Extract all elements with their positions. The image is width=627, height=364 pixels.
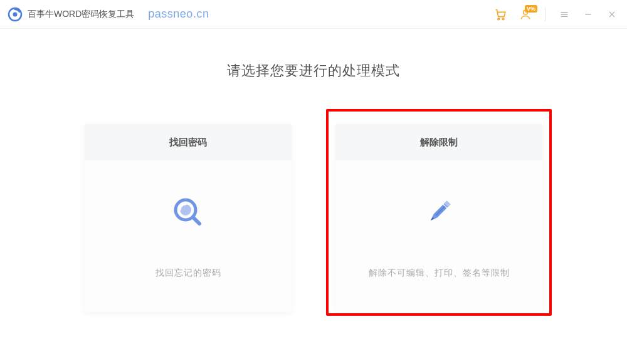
mode-cards: 找回密码 找回忘记的密码 解除限制 xyxy=(85,124,542,312)
svg-point-3 xyxy=(502,18,504,19)
card-remove-restriction[interactable]: 解除限制 解除不可编辑、打印、签名等限制 xyxy=(335,124,542,312)
titlebar-right: V% xyxy=(492,6,619,23)
svg-point-1 xyxy=(13,12,18,16)
card-header: 找回密码 xyxy=(85,124,292,160)
card-body: 解除不可编辑、打印、签名等限制 xyxy=(335,160,542,312)
card-description: 找回忘记的密码 xyxy=(155,268,221,279)
page-heading: 请选择您要进行的处理模式 xyxy=(227,61,400,80)
minimize-button[interactable] xyxy=(581,7,596,22)
menu-icon[interactable] xyxy=(557,7,572,22)
pencil-icon xyxy=(420,194,458,231)
card-body: 找回忘记的密码 xyxy=(85,160,292,312)
app-title: 百事牛WORD密码恢复工具 xyxy=(28,9,134,20)
magnifier-icon xyxy=(169,194,207,231)
domain-label: passneo.cn xyxy=(148,8,209,21)
card-header: 解除限制 xyxy=(335,124,542,160)
user-badge: V% xyxy=(525,5,537,13)
logo-area: 百事牛WORD密码恢复工具 passneo.cn xyxy=(8,7,209,22)
card-description: 解除不可编辑、打印、签名等限制 xyxy=(369,268,510,279)
svg-point-2 xyxy=(498,18,500,19)
close-button[interactable] xyxy=(604,7,619,22)
user-icon[interactable]: V% xyxy=(517,6,534,23)
titlebar: 百事牛WORD密码恢复工具 passneo.cn V% xyxy=(0,0,627,29)
cart-icon[interactable] xyxy=(492,6,508,23)
separator xyxy=(545,8,545,21)
svg-line-13 xyxy=(193,217,199,224)
main-content: 请选择您要进行的处理模式 找回密码 找回忘记的密码 xyxy=(0,29,627,312)
card-title: 解除限制 xyxy=(420,137,458,148)
app-logo-icon xyxy=(8,7,23,22)
card-title: 找回密码 xyxy=(169,137,207,148)
card-recover-password[interactable]: 找回密码 找回忘记的密码 xyxy=(85,124,292,312)
